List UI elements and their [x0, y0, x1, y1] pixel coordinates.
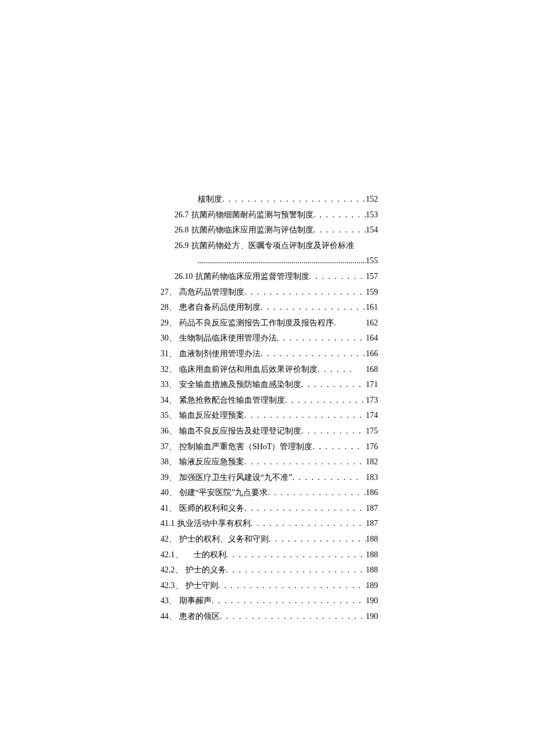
toc-entry-number: 26.7 [174, 207, 189, 223]
toc-entry: 26.7抗菌药物细菌耐药监测与预警制度. . . . . . . . .153 [160, 207, 378, 223]
toc-entry-title: 抗菌药物处方、医嘱专项点评制度及评价标准 [191, 238, 354, 254]
toc-entry-number: 34、 [160, 393, 177, 409]
toc-leader-dots: . . . . . . . . . . . . . . . . . . . . … [222, 192, 366, 207]
toc-entry: 29、药品不良反应监测报告工作制度及报告程序.162 [160, 316, 378, 331]
toc-leader-dots: . . . . . . . . . . . . . . . . . . . . … [218, 578, 366, 594]
toc-entry-title: 士的权利 [186, 547, 226, 563]
toc-entry-page: 173 [366, 393, 378, 409]
toc-entry: 38、输液反应应急预案. . . . . . . . . . . . . . .… [160, 454, 378, 470]
toc-entry-page: 188 [366, 562, 378, 578]
toc-entry-number: 27、 [160, 285, 177, 300]
toc-entry-number: 39、 [160, 470, 177, 486]
toc-entry: 42.1、 士的权利. . . . . . . . . . . . . . . … [160, 547, 378, 563]
toc-entry-title: 抗菌药物临床应用监督管理制度 [195, 269, 309, 285]
toc-leader-dots: . . . . . . . . . . . . . . . . . . . . … [251, 516, 366, 532]
toc-entry-title: 抗菌药物临床应用监测与评估制度 [191, 223, 313, 238]
toc-entry: 43、期事赧声. . . . . . . . . . . . . . . . .… [160, 593, 378, 609]
toc-entry-title: 输液反应应急预案 [179, 454, 244, 470]
toc-leader-dots: ........................................… [198, 253, 366, 269]
toc-entry: 27、高危药品管理制度. . . . . . . . . . . . . . .… [160, 285, 378, 300]
toc-entry-title: 护士的权利、义务和守则 [179, 532, 269, 547]
toc-entry-page: 154 [366, 223, 378, 238]
toc-entry-number: 30、 [160, 331, 177, 346]
toc-entry-page: 153 [366, 207, 378, 223]
toc-entry: 32、临床用血前评估和用血后效果评价制度 . . . . . .168 [160, 362, 378, 378]
toc-leader-dots: . . . . . . . . . . . . . . . . . . [269, 532, 366, 547]
toc-entry-number: 40、 [160, 485, 177, 501]
toc-entry-number: 33、 [160, 377, 177, 393]
toc-entry: ........................................… [160, 253, 378, 269]
toc-entry: 26.10抗菌药物临床应用监督管理制度. . . . . . . . . .15… [160, 269, 378, 285]
toc-entry-number: 42、 [160, 532, 177, 547]
toc-entry-number: 41.1 [160, 516, 175, 532]
toc-leader-dots: . . . . . . . . . . . . . . . . [268, 485, 366, 501]
toc-entry: 39、加强医疗卫生行风建设“九不准”. . . . . . . . . . .1… [160, 470, 378, 486]
document-page: 核制度. . . . . . . . . . . . . . . . . . .… [0, 0, 535, 756]
toc-entry-page: 183 [366, 470, 378, 486]
toc-entry-title: 输血反应处理预案 [179, 408, 244, 424]
toc-entry-number: 31、 [160, 346, 177, 362]
toc-leader-dots: . . . . . . . . . [313, 223, 366, 238]
toc-entry-page: 190 [366, 593, 378, 609]
toc-leader-dots: . . . . . . . . . . . . . . . . . . . . … [212, 593, 366, 609]
toc-entry-title: 血液制剂使用管理办法 [179, 346, 261, 362]
toc-entry-number: 42.3、 [160, 578, 183, 594]
toc-entry-title: 加强医疗卫生行风建设“九不准” [179, 470, 292, 486]
toc-entry-page: 189 [366, 578, 378, 594]
toc-entry-page: 162 [366, 316, 378, 331]
toc-entry: 41.1执业活动中享有权利 . . . . . . . . . . . . . … [160, 516, 378, 532]
toc-entry: 41、医师的权利和义务. . . . . . . . . . . . . . .… [160, 501, 378, 517]
toc-entry-title: 患者的领区 [179, 609, 220, 625]
toc-leader-dots: . . . . . . . . [312, 439, 366, 455]
toc-leader-dots: . . . . . . . . . . . . . . . . . . . . … [244, 501, 366, 517]
toc-entry-title: 输血不良反应报告及处理登记制度 [179, 424, 301, 439]
toc-entry-page: 187 [366, 516, 378, 532]
toc-entry-number: 26.8 [174, 223, 189, 238]
toc-entry-page: 187 [366, 501, 378, 517]
toc-entry-page: 175 [366, 424, 378, 439]
toc-leader-dots: . . . . . . . . . . . . . . . . . . . . … [244, 285, 366, 300]
toc-entry-number: 28、 [160, 300, 177, 316]
toc-leader-dots: . . . . . . . . . . . . . . . . [277, 331, 366, 346]
toc-entry: 44、患者的领区. . . . . . . . . . . . . . . . … [160, 609, 378, 625]
toc-entry: 33、安全输血措施及预防输血感染制度. . . . . . . . . . .1… [160, 377, 378, 393]
toc-entry-title: 期事赧声 [179, 593, 212, 609]
toc-leader-dots: . . . . . . . . . [313, 207, 366, 223]
toc-entry-number: 35、 [160, 408, 177, 424]
toc-entry-title: 安全输血措施及预防输血感染制度 [179, 377, 301, 393]
toc-entry: 31、血液制剂使用管理办法. . . . . . . . . . . . . .… [160, 346, 378, 362]
toc-entry-title: 医师的权利和义务 [179, 501, 244, 517]
toc-entry-title: 执业活动中享有权利 [177, 516, 251, 532]
toc-entry-page: 166 [366, 346, 378, 362]
toc-leader-dots: . . . . . . . . . . . . . . . . . . . . … [226, 547, 366, 563]
toc-entry-title: 护士守则 [186, 578, 218, 594]
toc-entry: 35、输血反应处理预案. . . . . . . . . . . . . . .… [160, 408, 378, 424]
toc-entry-number: 26.9 [174, 238, 189, 254]
toc-entry: 42、护士的权利、义务和守则. . . . . . . . . . . . . … [160, 532, 378, 547]
toc-entry-number: 38、 [160, 454, 177, 470]
toc-entry-number: 42.1、 [160, 547, 183, 563]
toc-entry-page: 161 [366, 300, 378, 316]
toc-entry-title: 药品不良反应监测报告工作制度及报告程序 [179, 316, 334, 331]
toc-entry-page: 155 [366, 253, 378, 269]
toc-leader-dots: . . . . . . [318, 362, 366, 378]
toc-entry-title: 抗菌药物细菌耐药监测与预警制度 [191, 207, 313, 223]
toc-leader-dots: . . . . . . . . . . . . . . . . . . . . [261, 300, 366, 316]
toc-entry: 26.9抗菌药物处方、医嘱专项点评制度及评价标准 [160, 238, 378, 254]
toc-leader-dots: . . . . . . . . . . . [301, 377, 366, 393]
toc-entry-page: 176 [366, 439, 378, 455]
toc-entry: 36、输血不良反应报告及处理登记制度. . . . . . . . . . .1… [160, 424, 378, 439]
toc-leader-dots: . . . . . . . . . . . [292, 470, 366, 486]
toc-entry-number: 37、 [160, 439, 177, 455]
toc-entry-number: 41、 [160, 501, 177, 517]
toc-entry-page: 171 [366, 377, 378, 393]
toc-entry-page: 182 [366, 454, 378, 470]
toc-entry-page: 188 [366, 547, 378, 563]
toc-entry-title: 创建“平安医院”九点要求 [179, 485, 268, 501]
toc-entry-page: 174 [366, 408, 378, 424]
toc-entry-number: 29、 [160, 316, 177, 331]
toc-entry-number: 26.10 [174, 269, 193, 285]
toc-leader-dots: . . . . . . . . . . . . . . . . . . . . … [244, 408, 366, 424]
toc-leader-dots: . . . . . . . . . . . [301, 424, 366, 439]
table-of-contents: 核制度. . . . . . . . . . . . . . . . . . .… [160, 192, 378, 625]
